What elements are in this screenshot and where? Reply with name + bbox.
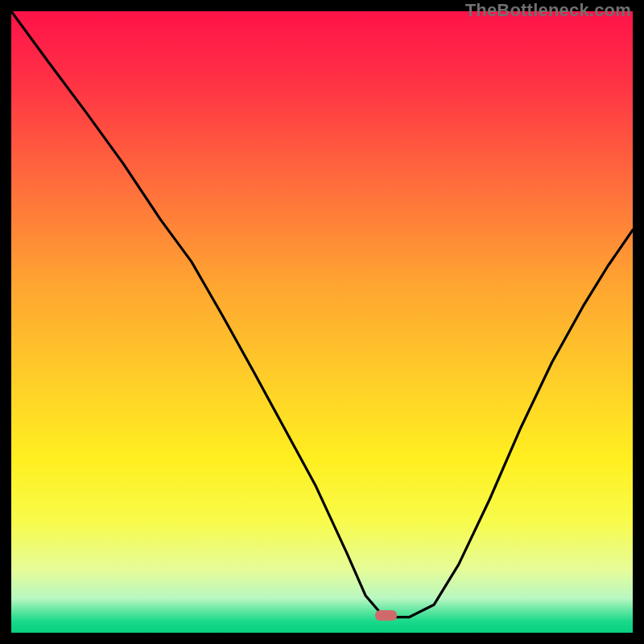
watermark-text: TheBottleneck.com [465,0,631,21]
chart-frame [11,11,633,633]
svg-rect-0 [11,11,633,633]
optimal-marker [375,610,396,620]
gradient-background [11,11,633,633]
